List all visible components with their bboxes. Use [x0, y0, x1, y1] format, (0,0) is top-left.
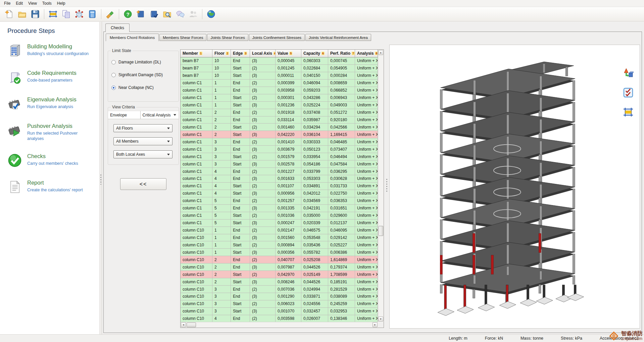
building-model-render[interactable] [390, 45, 640, 328]
table-row[interactable]: column C103Start(2)0,0060230,0245560,245… [181, 300, 384, 308]
radio-near-collapse[interactable]: Near Collapse (NC) [111, 85, 175, 90]
sidebar-item-report[interactable]: Report Create the calculations' report [7, 180, 99, 194]
spreadsheet-icon[interactable] [87, 8, 98, 20]
sidebar-splitter[interactable] [99, 22, 102, 334]
column-header-analysis[interactable]: Analysis8 [355, 50, 378, 57]
subtab-joints-confinement-stresses[interactable]: Joints Confinement Stresses [249, 34, 305, 41]
book-check-icon[interactable] [148, 8, 160, 20]
building-3d-view[interactable] [389, 45, 640, 329]
table-row[interactable]: column C14Start(3)0,0009560,0420120,0227… [181, 190, 384, 197]
users-icon[interactable] [188, 8, 199, 20]
subtab-joints-vertical-reinforcement-area[interactable]: Joints Vertical Reinforcement Area [305, 34, 371, 41]
table-row[interactable]: column C11End(2)0,0003990,0460940,008659… [181, 80, 384, 87]
radio-damage-limitation[interactable]: Damage Limitation (DL) [111, 60, 175, 64]
table-row[interactable]: beam B710End(3)0,0000450,0603030,000745U… [181, 57, 384, 65]
table-row[interactable]: column C14End(2)0,0012270,0337990,036295… [181, 168, 384, 175]
column-header-value[interactable]: Value5 [276, 50, 301, 57]
sidebar-item-checks[interactable]: Checks Carry out members' checks [7, 153, 99, 168]
paintbrush-icon[interactable] [104, 8, 116, 20]
menu-view[interactable]: View [26, 0, 40, 7]
vertical-scroll-thumb[interactable] [379, 226, 383, 236]
table-row[interactable]: column C102End(3)0,0079870,0445260,17937… [181, 263, 384, 271]
table-row[interactable]: column C14Start(2)0,0011070,0348910,0317… [181, 183, 384, 190]
folder-search-icon[interactable] [161, 8, 173, 20]
table-row[interactable]: column C102Start(3)0,0082460,0445260,185… [181, 278, 384, 286]
model-3d-icon[interactable] [73, 8, 85, 20]
tab-checks[interactable]: Checks [105, 23, 130, 32]
globe-icon[interactable] [205, 8, 217, 20]
table-row[interactable]: column C103Start(3)0,0010700,0324570,032… [181, 308, 384, 315]
menu-help[interactable]: Help [54, 0, 68, 7]
table-row[interactable]: column C101Start(2)0,0008940,0354360,025… [181, 241, 384, 249]
members-dropdown[interactable]: All Members [113, 137, 172, 145]
table-row[interactable]: column C15End(3)0,0013350,0421910,031651… [181, 205, 384, 212]
table-row[interactable]: column C14End(3)0,0016330,0533030,030628… [181, 175, 384, 183]
local-axes-dropdown[interactable]: Both Local Axes [113, 150, 172, 158]
horizontal-scroll-thumb[interactable] [187, 323, 196, 327]
table-row[interactable]: column C104End(2)0,0035980,0260070,13834… [181, 315, 384, 323]
sidebar-item-pushover-analysis[interactable]: Pushover Analysis Run the selected Pusho… [7, 123, 99, 141]
sidebar-item-code-requirements[interactable]: Code Requirements Code-based parameters [7, 70, 99, 85]
table-row[interactable]: column C12Start(3)0,0422200,0361041,1694… [181, 131, 384, 138]
table-row[interactable]: column C12End(2)0,0019180,0374080,051272… [181, 109, 384, 116]
table-row[interactable]: beam B710Start(3)0,0000110,0401500,00028… [181, 72, 384, 80]
table-row[interactable]: column C12End(3)0,0331140,0359870,920180… [181, 116, 384, 124]
column-header-local-axis[interactable]: Local Axis4 [250, 50, 276, 57]
column-header-floor[interactable]: Floor2 [212, 50, 231, 57]
menu-edit[interactable]: Edit [13, 0, 26, 7]
subtab-joints-shear-forces[interactable]: Joints Shear Forces [207, 34, 248, 41]
column-header-capacity[interactable]: Capacity6 [301, 50, 328, 57]
table-view-splitter[interactable] [385, 41, 389, 333]
table-row[interactable]: column C15Start(3)0,0002470,0203390,0121… [181, 219, 384, 227]
sidebar-item-eigenvalue-analysis[interactable]: Eigenvalue Analysis Run Eigenvalue analy… [7, 96, 99, 111]
help-icon[interactable]: ? [122, 8, 134, 20]
menu-file[interactable]: File [1, 0, 13, 7]
table-row[interactable]: column C103End(2)0,0070360,0249940,28152… [181, 286, 384, 293]
envelope-selector[interactable]: Envelope Critical Analysis [108, 111, 179, 119]
table-row[interactable]: column C102Start(2)0,0429700,0251491,708… [181, 271, 384, 278]
horizontal-scrollbar[interactable]: ◄ ► [181, 322, 378, 328]
radio-circle[interactable] [111, 73, 116, 77]
open-project-icon[interactable] [16, 8, 28, 20]
checks-list-icon[interactable] [622, 87, 634, 99]
table-row[interactable]: beam B710Start(2)0,0012450,0226840,05490… [181, 65, 384, 72]
menu-tools[interactable]: Tools [40, 0, 54, 7]
floors-dropdown[interactable]: All Floors [113, 124, 172, 132]
table-row[interactable]: column C11Start(2)0,0003010,0432860,0069… [181, 94, 384, 102]
radio-circle[interactable] [111, 86, 116, 90]
deformed-shape-icon[interactable] [622, 67, 634, 79]
scroll-left-button[interactable]: ◄ [181, 322, 186, 327]
table-row[interactable]: column C15End(2)0,0012570,0345690,036353… [181, 197, 384, 205]
column-header-perf-ratio[interactable]: Perf. Ratio7 [328, 50, 355, 57]
sidebar-item-building-modelling[interactable]: Building Modelling Building's structural… [7, 43, 99, 58]
section-icon[interactable] [47, 8, 59, 20]
table-row[interactable]: column C101End(3)0,0015600,0535480,02914… [181, 234, 384, 242]
table-row[interactable]: column C103End(3)0,0012900,0338710,03808… [181, 293, 384, 300]
table-row[interactable]: column C13Start(3)0,0025780,0541860,0475… [181, 160, 384, 168]
save-icon[interactable] [30, 8, 41, 20]
scroll-down-button[interactable]: ▼ [378, 316, 383, 322]
copy-report-icon[interactable] [60, 8, 72, 20]
comments-icon[interactable] [175, 8, 186, 20]
section-view-icon[interactable] [622, 106, 634, 118]
scroll-up-button[interactable]: ▲ [378, 50, 383, 55]
vertical-scrollbar[interactable]: ▲ ▼ [378, 50, 384, 322]
table-row[interactable]: column C102End(2)0,0407070,0252081,61486… [181, 256, 384, 263]
column-header-edge[interactable]: Edge3 [231, 50, 250, 57]
table-row[interactable]: column C11Start(3)0,0012360,0252240,0490… [181, 102, 384, 109]
subtab-members-shear-forces[interactable]: Members Shear Forces [159, 34, 206, 41]
new-document-icon[interactable] [3, 8, 15, 20]
radio-circle[interactable] [111, 60, 116, 64]
table-row[interactable]: column C101Start(3)0,0003560,0557820,006… [181, 249, 384, 256]
table-row[interactable]: column C101End(2)0,0021470,0465750,04609… [181, 227, 384, 234]
subtab-members-chord-rotations[interactable]: Members Chord Rotations [106, 34, 159, 41]
table-row[interactable]: column C15Start(2)0,0010360,0350000,0296… [181, 212, 384, 219]
collapse-panel-button[interactable]: << [120, 178, 166, 190]
radio-significant-damage[interactable]: Significant Damage (SD) [111, 72, 175, 77]
table-row[interactable]: column C13End(2)0,0014100,0303330,046485… [181, 138, 384, 146]
table-row[interactable]: column C13Start(2)0,0015790,0339540,0464… [181, 153, 384, 160]
table-row[interactable]: column C12Start(2)0,0014600,0342940,0425… [181, 124, 384, 131]
table-row[interactable]: column C11End(3)0,0039580,0592030,066852… [181, 87, 384, 94]
table-row[interactable]: column C13End(3)0,0036790,0501230,073407… [181, 146, 384, 153]
book-new-icon[interactable] [135, 8, 147, 20]
